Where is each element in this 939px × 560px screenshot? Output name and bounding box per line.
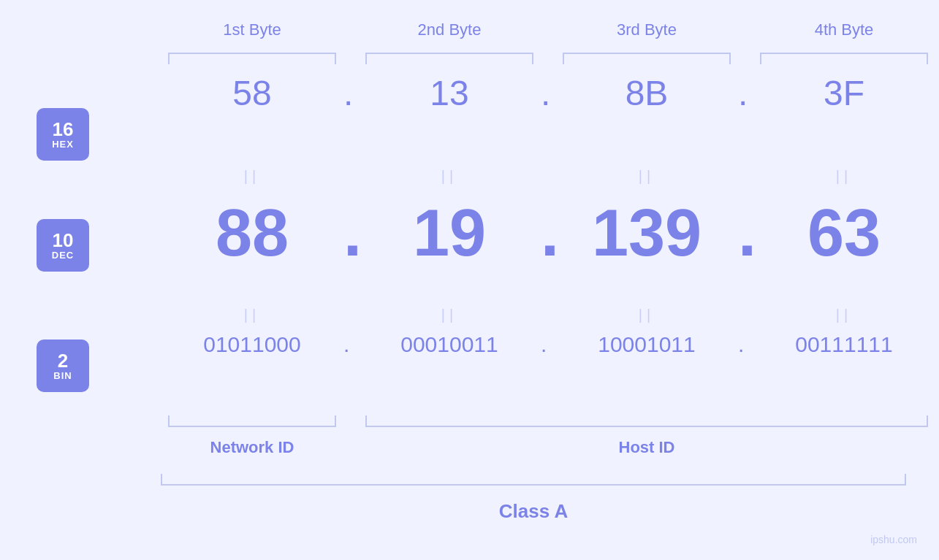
- dec-value-3: 139: [548, 196, 745, 271]
- badge-bin: 2 BIN: [37, 340, 89, 392]
- hex-value-4: 3F: [745, 73, 939, 113]
- byte-header-4: 4th Byte: [745, 20, 939, 39]
- badge-dec-label: DEC: [52, 250, 74, 261]
- hex-value-2: 13: [351, 73, 548, 113]
- top-brackets-row: [153, 53, 939, 67]
- hex-value-1: 58: [153, 73, 351, 113]
- eq2-4: ||: [745, 307, 939, 323]
- network-id-label: Network ID: [153, 438, 351, 457]
- top-bracket-3: [548, 53, 745, 67]
- byte-header-1: 1st Byte: [153, 20, 351, 39]
- byte-headers-row: 1st Byte 2nd Byte 3rd Byte 4th Byte: [153, 20, 939, 39]
- badge-hex-label: HEX: [52, 139, 74, 150]
- hex-value-3: 8B: [548, 73, 745, 113]
- bin-value-4: 00111111: [745, 332, 939, 357]
- badge-dec: 10 DEC: [37, 219, 89, 272]
- byte-header-3: 3rd Byte: [548, 20, 745, 39]
- eq2-3: ||: [548, 307, 745, 323]
- bottom-brackets-row: [153, 413, 939, 427]
- bin-value-2: 00010011: [351, 332, 548, 357]
- bin-row: 01011000 . 00010011 . 10001011 . 0011111…: [153, 332, 939, 357]
- top-bracket-2: [351, 53, 548, 67]
- equals-row-2: || || || ||: [153, 307, 939, 323]
- hex-row: 58 . 13 . 8B . 3F: [153, 73, 939, 113]
- id-labels-row: Network ID Host ID: [153, 438, 939, 457]
- bin-value-1: 01011000: [153, 332, 351, 357]
- dec-value-1: 88: [153, 196, 351, 271]
- dec-row: 88 . 19 . 139 . 63: [153, 196, 939, 271]
- bottom-bracket-network: [153, 413, 351, 427]
- eq2-1: ||: [153, 307, 351, 323]
- badge-hex-number: 16: [53, 120, 74, 139]
- host-id-label: Host ID: [351, 438, 939, 457]
- top-bracket-1: [153, 53, 351, 67]
- top-bracket-4: [745, 53, 939, 67]
- eq1-4: ||: [745, 168, 939, 185]
- eq2-2: ||: [351, 307, 548, 323]
- badge-dec-number: 10: [53, 231, 74, 250]
- watermark: ipshu.com: [870, 534, 917, 545]
- dec-value-2: 19: [351, 196, 548, 271]
- eq1-2: ||: [351, 168, 548, 185]
- byte-header-2: 2nd Byte: [351, 20, 548, 39]
- badge-bin-label: BIN: [53, 370, 72, 381]
- class-bracket: [153, 471, 913, 486]
- class-label: Class A: [153, 500, 913, 523]
- badge-bin-number: 2: [58, 351, 68, 370]
- eq1-3: ||: [548, 168, 745, 185]
- equals-row-1: || || || ||: [153, 168, 939, 185]
- bin-value-3: 10001011: [548, 332, 745, 357]
- badge-hex: 16 HEX: [37, 108, 89, 161]
- page-layout: 16 HEX 10 DEC 2 BIN 1st Byte 2nd Byte 3r…: [0, 0, 939, 560]
- class-bracket-row: [153, 471, 913, 486]
- eq1-1: ||: [153, 168, 351, 185]
- dec-value-4: 63: [745, 196, 939, 271]
- bottom-bracket-host: [351, 413, 939, 427]
